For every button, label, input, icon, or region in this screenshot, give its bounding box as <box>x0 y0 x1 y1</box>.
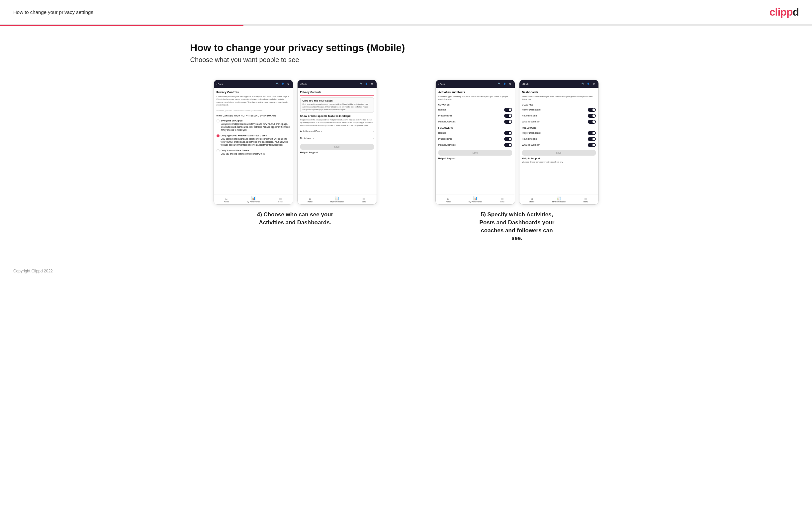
back-button-4[interactable]: ‹ Back <box>522 83 529 85</box>
phone-screenshot-2: ‹ Back 🔍 👤 ⚙ Privac <box>297 79 377 205</box>
radio-only-you-text: Only You and Your Coach Only you and the… <box>221 149 265 155</box>
coaches-what-work-toggle[interactable] <box>588 120 596 124</box>
activities-posts-desc: Select the types of activity that you'd … <box>439 95 512 101</box>
left-phones-pair: ‹ Back 🔍 👤 ⚙ Privacy Controls <box>213 79 377 205</box>
copyright-text: Copyright Clippd 2022 <box>13 269 53 273</box>
settings-icon-4[interactable]: ⚙ <box>592 82 596 86</box>
nav-home-3[interactable]: ⌂ Home <box>446 196 451 203</box>
nav-performance-2[interactable]: 📊 My Performance <box>331 196 344 203</box>
nav-home-4[interactable]: ⌂ Home <box>529 196 535 203</box>
back-button-1[interactable]: ‹ Back <box>216 83 223 85</box>
phone-header-3: ‹ Back 🔍 👤 ⚙ <box>436 80 515 88</box>
search-icon-4[interactable]: 🔍 <box>581 82 585 86</box>
radio-approved-text: Only Approved Followers and Your Coach O… <box>221 134 290 146</box>
save-button-4[interactable]: Save <box>522 150 596 156</box>
top-bar: How to change your privacy settings clip… <box>0 0 812 25</box>
page-title: How to change your privacy settings (Mob… <box>190 42 622 53</box>
followers-what-work-row: What To Work On <box>522 142 596 148</box>
footer: Copyright Clippd 2022 <box>0 262 812 280</box>
phone-screenshot-1: ‹ Back 🔍 👤 ⚙ Privacy Controls <box>213 79 293 205</box>
privacy-controls-title: Privacy Controls <box>216 91 290 94</box>
followers-drills-label: Practice Drills <box>439 138 453 140</box>
save-button-3[interactable]: Save <box>439 150 512 156</box>
people-icon-2[interactable]: 👤 <box>365 82 369 86</box>
phone-bottom-nav-4: ⌂ Home 📊 My Performance ☰ Menu <box>519 194 599 205</box>
coaches-round-insights-toggle[interactable] <box>588 114 596 118</box>
radio-approved[interactable]: Only Approved Followers and Your Coach O… <box>216 133 290 148</box>
phone-body-1: Privacy Controls Control how you and you… <box>214 88 293 194</box>
right-pair-group: ‹ Back 🔍 👤 ⚙ Activities and Posts <box>412 79 622 242</box>
privacy-controls-tab[interactable]: Privacy Controls <box>300 91 374 96</box>
menu-icon-2: ☰ <box>362 196 366 201</box>
nav-home-label-2: Home <box>308 201 312 203</box>
activities-posts-row[interactable]: Activities and Posts › <box>300 128 374 135</box>
performance-icon-4: 📊 <box>557 196 561 201</box>
phone-bottom-nav-3: ⌂ Home 📊 My Performance ☰ Menu <box>436 194 515 205</box>
page-subtitle: Choose what you want people to see <box>190 56 622 64</box>
followers-label-4: FOLLOWERS <box>522 127 596 129</box>
nav-menu-1[interactable]: ☰ Menu <box>278 196 283 203</box>
search-icon-3[interactable]: 🔍 <box>498 82 502 86</box>
show-hide-title: Show or hide specific features in Clippd <box>300 114 374 117</box>
followers-player-dash-toggle[interactable] <box>588 131 596 135</box>
back-button-2[interactable]: ‹ Back <box>300 83 307 85</box>
save-button-2[interactable]: Save <box>300 144 374 150</box>
coaches-label-3: COACHES <box>439 104 512 106</box>
nav-menu-label-1: Menu <box>278 201 283 203</box>
phone-block-3: ‹ Back 🔍 👤 ⚙ Activities and Posts <box>436 79 515 205</box>
followers-round-insights-toggle[interactable] <box>588 137 596 141</box>
radio-everyone[interactable]: Everyone on Clippd Everyone on Clippd ca… <box>216 118 290 133</box>
settings-icon-3[interactable]: ⚙ <box>508 82 512 86</box>
coaches-player-dash-toggle[interactable] <box>588 108 596 112</box>
followers-drills-toggle[interactable] <box>504 137 512 141</box>
followers-player-dash-row: Player Dashboard <box>522 130 596 136</box>
coaches-manual-toggle[interactable] <box>504 120 512 124</box>
dashboards-label: Dashboards <box>300 137 313 140</box>
nav-performance-label-3: My Performance <box>469 201 482 203</box>
nav-menu-2[interactable]: ☰ Menu <box>362 196 366 203</box>
activities-posts-title: Activities and Posts <box>439 91 512 94</box>
chevron-right-icon-2: › <box>373 137 374 140</box>
followers-what-work-label: What To Work On <box>522 144 540 146</box>
followers-what-work-toggle[interactable] <box>588 143 596 147</box>
nav-performance-3[interactable]: 📊 My Performance <box>469 196 482 203</box>
search-icon[interactable]: 🔍 <box>276 82 280 86</box>
nav-menu-4[interactable]: ☰ Menu <box>583 196 588 203</box>
people-icon-4[interactable]: 👤 <box>587 82 591 86</box>
show-hide-desc: Regardless of the privacy controls that … <box>300 118 374 126</box>
search-icon-2[interactable]: 🔍 <box>359 82 363 86</box>
nav-performance-1[interactable]: 📊 My Performance <box>247 196 260 203</box>
phone-block-2: ‹ Back 🔍 👤 ⚙ Privac <box>297 79 377 205</box>
header-icons-1: 🔍 👤 ⚙ <box>276 82 290 86</box>
nav-home-1[interactable]: ⌂ Home <box>224 196 229 203</box>
followers-manual-toggle[interactable] <box>504 143 512 147</box>
main-content: How to change your privacy settings (Mob… <box>177 26 635 262</box>
followers-rounds-row: Rounds <box>439 130 512 136</box>
coaches-rounds-row: Rounds <box>439 107 512 113</box>
coaches-drills-toggle[interactable] <box>504 114 512 118</box>
settings-icon-2[interactable]: ⚙ <box>370 82 374 86</box>
settings-icon[interactable]: ⚙ <box>286 82 290 86</box>
dashboards-row[interactable]: Dashboards › <box>300 135 374 142</box>
breadcrumb: How to change your privacy settings <box>13 9 93 15</box>
header-icons-4: 🔍 👤 ⚙ <box>581 82 596 86</box>
menu-icon: ☰ <box>278 196 282 201</box>
coaches-rounds-toggle[interactable] <box>504 108 512 112</box>
radio-everyone-text: Everyone on Clippd Everyone on Clippd ca… <box>221 119 290 131</box>
nav-performance-4[interactable]: 📊 My Performance <box>552 196 566 203</box>
screenshots-row: ‹ Back 🔍 👤 ⚙ Privacy Controls <box>190 79 622 242</box>
people-icon-3[interactable]: 👤 <box>503 82 507 86</box>
nav-performance-label-4: My Performance <box>552 201 566 203</box>
followers-label-3: FOLLOWERS <box>439 127 512 129</box>
people-icon[interactable]: 👤 <box>281 82 285 86</box>
followers-round-insights-label: Round Insights <box>522 138 538 140</box>
home-icon: ⌂ <box>225 196 227 201</box>
radio-only-you[interactable]: Only You and Your Coach Only you and the… <box>216 148 290 157</box>
nav-home-label-1: Home <box>224 201 229 203</box>
followers-rounds-toggle[interactable] <box>504 131 512 135</box>
nav-home-2[interactable]: ⌂ Home <box>308 196 312 203</box>
nav-menu-3[interactable]: ☰ Menu <box>500 196 504 203</box>
back-button-3[interactable]: ‹ Back <box>439 83 445 85</box>
logo: clippd <box>769 6 799 18</box>
nav-menu-label-3: Menu <box>500 201 504 203</box>
